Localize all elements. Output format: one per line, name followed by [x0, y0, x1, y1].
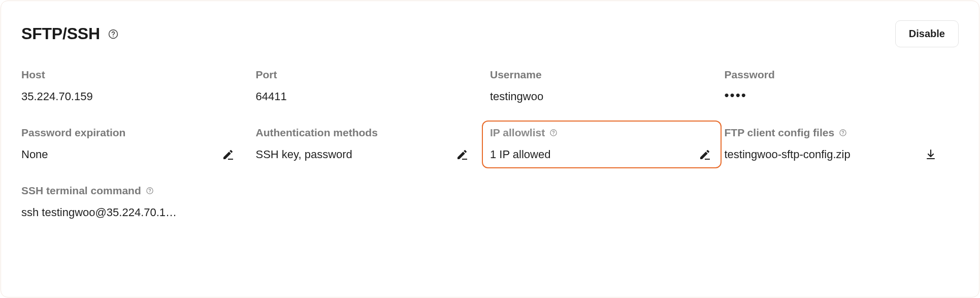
field-value: 64411 [256, 90, 287, 103]
svg-point-10 [149, 192, 150, 193]
svg-point-5 [553, 134, 554, 135]
field-label: Port [256, 69, 277, 81]
header-row: SFTP/SSH Disable [21, 20, 959, 47]
field-host: Host 35.224.70.159 [21, 69, 256, 103]
field-value: testingwoo [490, 90, 543, 103]
field-auth-methods: Authentication methods SSH key, password [256, 127, 491, 161]
section-title: SFTP/SSH [21, 24, 100, 43]
help-icon[interactable] [107, 28, 119, 40]
field-value: SSH key, password [256, 148, 352, 161]
download-icon[interactable] [924, 148, 937, 161]
field-label: Username [490, 69, 542, 81]
field-username: Username testingwoo [490, 69, 725, 103]
field-port: Port 64411 [256, 69, 491, 103]
svg-point-1 [113, 36, 114, 37]
field-label: IP allowlist [490, 127, 545, 139]
svg-rect-3 [462, 159, 467, 160]
svg-point-8 [843, 134, 843, 135]
field-label: Password expiration [21, 127, 125, 139]
disable-button[interactable]: Disable [895, 20, 959, 47]
field-value: ssh testingwoo@35.224.70.1… [21, 206, 177, 219]
details-grid: Host 35.224.70.159 Port 64411 Username t… [21, 69, 959, 219]
field-label: SSH terminal command [21, 185, 141, 197]
field-label: Authentication methods [256, 127, 378, 139]
field-label: FTP client config files [725, 127, 835, 139]
field-label: Host [21, 69, 45, 81]
field-value: 1 IP allowed [490, 148, 550, 161]
sftp-ssh-card: SFTP/SSH Disable Host 35.224.70.159 Port… [1, 1, 979, 297]
edit-icon[interactable] [698, 148, 711, 161]
edit-icon[interactable] [221, 148, 235, 161]
field-value: None [21, 148, 48, 161]
field-label: Password [725, 69, 775, 81]
field-value: 35.224.70.159 [21, 90, 93, 103]
field-ip-allowlist: IP allowlist 1 IP allowed [482, 121, 722, 168]
help-icon[interactable] [838, 128, 847, 137]
help-icon[interactable] [549, 128, 558, 137]
svg-rect-2 [228, 159, 233, 160]
title-wrap: SFTP/SSH [21, 24, 119, 43]
edit-icon[interactable] [455, 148, 469, 161]
field-password: Password •••• [725, 69, 959, 103]
field-value: •••• [725, 90, 747, 100]
field-ssh-command: SSH terminal command ssh testingwoo@35.2… [21, 185, 204, 219]
field-value: testingwoo-sftp-config.zip [725, 148, 851, 161]
svg-rect-6 [705, 159, 710, 160]
help-icon[interactable] [145, 186, 154, 195]
field-ftp-config: FTP client config files testingwoo-sftp-… [725, 127, 959, 161]
field-password-expiration: Password expiration None [21, 127, 256, 161]
